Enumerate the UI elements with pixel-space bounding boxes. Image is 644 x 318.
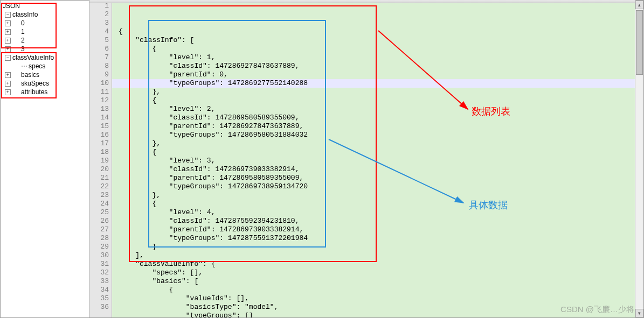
scroll-down-arrow[interactable]: ▾ (635, 309, 643, 317)
code-area[interactable]: { "classInfo": [ { "level": 1, "classId"… (112, 1, 635, 317)
json-tree-panel[interactable]: JSON classInfo 0 1 2 3 classValueInfo ⋯s… (1, 1, 89, 317)
tree-node-attributes[interactable]: attributes (3, 88, 89, 96)
app-container: JSON classInfo 0 1 2 3 classValueInfo ⋯s… (0, 0, 644, 318)
toolbar-stub (89, 0, 635, 3)
tree-node-classinfo[interactable]: classInfo (3, 10, 89, 19)
tree-node-3[interactable]: 3 (3, 45, 89, 53)
scroll-thumb[interactable] (636, 10, 643, 75)
tree-node-0[interactable]: 0 (3, 19, 89, 27)
tree-node-skuspecs[interactable]: skuSpecs (3, 79, 89, 88)
tree-node-basics[interactable]: basics (3, 70, 89, 79)
scroll-up-arrow[interactable]: ▴ (635, 1, 643, 9)
code-content: { "classInfo": [ { "level": 1, "classId"… (119, 27, 635, 317)
line-number-gutter: 1234567891011121314151617181920212223242… (89, 1, 112, 317)
tree-node-specs[interactable]: ⋯specs (3, 62, 89, 70)
annotation-label-blue: 具体数据 (469, 199, 508, 211)
tree-node-1[interactable]: 1 (3, 27, 89, 36)
annotation-label-red: 数据列表 (472, 105, 510, 118)
tree-node-classvalueinfo[interactable]: classValueInfo (3, 53, 89, 62)
code-editor-panel: 1234567891011121314151617181920212223242… (89, 1, 643, 317)
vertical-scrollbar[interactable]: ▴ ▾ (635, 1, 643, 317)
tree-root-label[interactable]: JSON (3, 2, 89, 10)
tree-node-2[interactable]: 2 (3, 36, 89, 45)
watermark: CSDN @飞廉…少将 (560, 305, 634, 315)
